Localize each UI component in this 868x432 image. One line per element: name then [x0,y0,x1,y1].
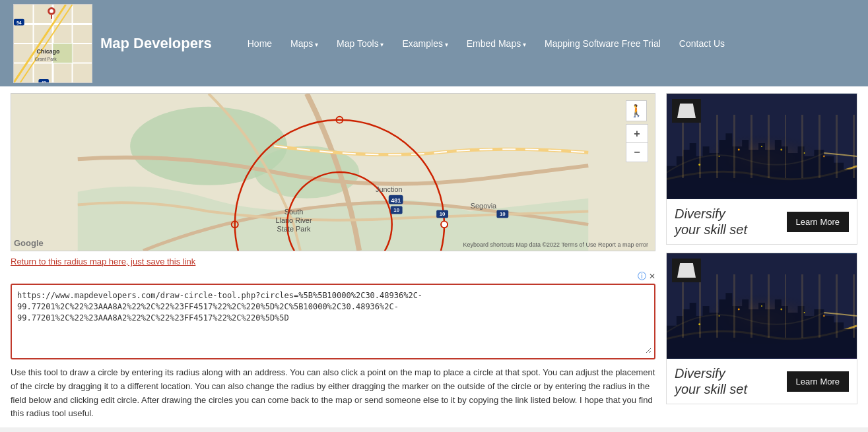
svg-point-52 [780,148,782,150]
map-container[interactable]: South Llano River State Park Junction Se… [11,93,655,251]
header: 41 94 Chicago Grant Park Map Developers … [0,0,868,86]
svg-point-51 [761,146,762,147]
ad-info-icon[interactable]: ⓘ [638,270,646,282]
svg-point-57 [698,323,700,325]
svg-point-63 [823,315,825,317]
svg-point-59 [738,308,740,310]
svg-text:Grant Park: Grant Park [34,56,57,61]
street-view-button[interactable]: 🚶 [626,100,647,121]
svg-point-54 [823,155,825,157]
logo-map-thumbnail: 41 94 Chicago Grant Park [13,4,92,83]
svg-text:Segovia: Segovia [471,202,497,210]
nav-contact[interactable]: Contact Us [670,33,734,54]
svg-text:State Park: State Park [277,225,311,233]
nav-examples[interactable]: Examples [393,33,457,54]
main-content: South Llano River State Park Junction Se… [0,86,868,427]
zoom-in-button[interactable]: + [626,125,648,143]
nav-home[interactable]: Home [238,33,281,54]
svg-point-60 [761,305,762,307]
svg-point-56 [696,293,828,345]
nav-embed-maps-dropdown[interactable]: Embed Maps [457,38,535,49]
zoom-out-button[interactable]: − [626,143,648,162]
svg-text:10: 10 [500,211,506,217]
svg-point-58 [718,315,719,317]
map-attribution: Keyboard shortcuts Map data ©2022 Terms … [463,241,648,248]
site-title: Map Developers [100,35,212,52]
ad-close-icon[interactable]: ✕ [649,272,655,281]
ad-logo-2 [672,259,701,282]
svg-point-47 [696,133,828,185]
svg-text:South: South [284,208,303,216]
ad-image-1 [667,94,857,199]
nav-map-tools[interactable]: Map Tools [327,33,393,54]
ad-panel-1: Diversify your skill set Learn More [666,93,857,245]
nav-maps[interactable]: Maps [281,33,327,54]
tool-description: Use this tool to draw a circle by enteri… [11,366,655,421]
map-controls: 🚶 + − [626,100,648,162]
ad-body-1: Diversify your skill set Learn More [667,199,857,244]
ad-tagline-1: Diversify your skill set [675,206,747,237]
svg-point-15 [50,9,53,13]
svg-point-53 [804,152,805,154]
right-column: Diversify your skill set Learn More [666,93,857,421]
nav-examples-dropdown[interactable]: Examples [393,38,457,49]
ad-logo-1 [672,99,701,123]
return-link[interactable]: Return to this radius map here, just sav… [11,257,195,266]
svg-text:94: 94 [17,20,22,24]
google-logo: Google [14,238,44,248]
svg-point-50 [738,148,740,150]
ad-learn-more-button-1[interactable]: Learn More [787,212,849,232]
ad-logo-shape-1 [677,104,696,118]
ad-learn-more-button-2[interactable]: Learn More [787,371,849,392]
svg-point-26 [441,221,448,228]
svg-text:10: 10 [440,211,446,217]
svg-text:Llano River: Llano River [275,216,312,224]
svg-point-61 [780,308,782,310]
svg-point-48 [698,164,700,166]
main-nav: Home Maps Map Tools Examples Embed Maps … [238,33,734,54]
nav-embed-maps[interactable]: Embed Maps [457,33,535,54]
left-column: South Llano River State Park Junction Se… [11,93,655,421]
ad-tagline-2: Diversify your skill set [675,365,747,397]
ad-close-row: ⓘ ✕ [11,270,655,282]
zoom-box: + − [626,124,648,162]
ad-body-2: Diversify your skill set Learn More [667,359,857,404]
url-textarea-wrapper [11,284,655,359]
svg-text:10: 10 [393,207,399,213]
svg-text:Chicago: Chicago [36,47,59,54]
nav-maps-dropdown[interactable]: Maps [281,38,327,49]
svg-text:Junction: Junction [376,185,403,193]
nav-map-tools-dropdown[interactable]: Map Tools [327,38,393,49]
svg-point-49 [718,156,719,157]
ad-logo-shape-2 [677,263,696,278]
header-logo: 41 94 Chicago Grant Park Map Developers [13,4,212,83]
ad-image-2 [667,253,857,359]
svg-text:41: 41 [41,80,46,82]
map-footer: Google Keyboard shortcuts Map data ©2022… [14,238,648,248]
ad-panel-2: Diversify your skill set Learn More [666,253,857,404]
person-icon: 🚶 [629,104,644,118]
svg-text:481: 481 [391,197,401,204]
svg-point-62 [804,312,805,313]
nav-free-trial[interactable]: Mapping Software Free Trial [535,33,670,54]
url-textarea[interactable] [15,288,651,354]
